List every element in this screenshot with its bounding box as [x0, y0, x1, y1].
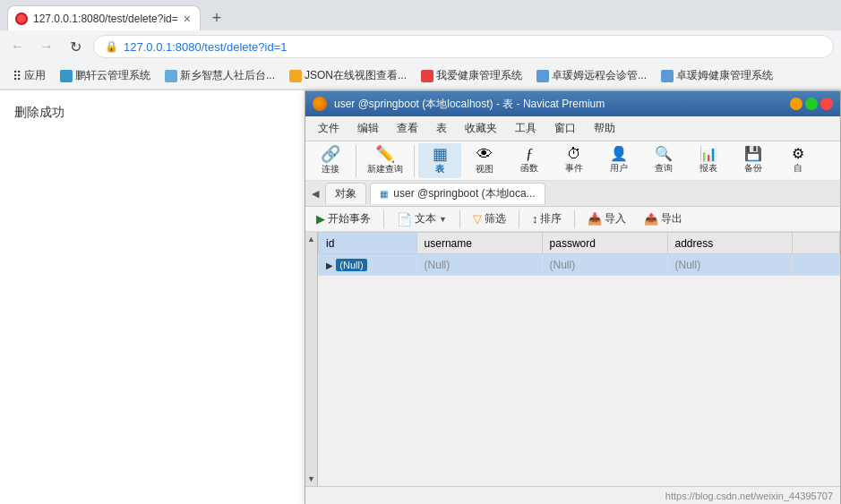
table-toolbar-sep-4 [574, 210, 575, 228]
bookmark-pengfei[interactable]: 鹏轩云管理系统 [55, 66, 156, 85]
toolbar-query[interactable]: 🔍 查询 [642, 144, 685, 177]
text-dropdown-icon: ▼ [439, 215, 447, 224]
navicat-window: user @springboot (本地localhost) - 表 - Nav… [305, 90, 841, 504]
sort-btn[interactable]: ↕ 排序 [527, 209, 568, 228]
toolbar-backup-label: 备份 [744, 162, 762, 175]
col-header-id[interactable]: id [319, 233, 417, 254]
scroll-up-arrow[interactable]: ▲ [307, 232, 315, 246]
toolbar-report[interactable]: 📊 报表 [687, 144, 730, 177]
sort-label: 排序 [540, 211, 562, 226]
new-tab-button[interactable]: + [204, 5, 229, 30]
bookmark-pengfei-favicon [60, 70, 73, 82]
bookmark-json-label: JSON在线视图查看... [305, 68, 407, 83]
navicat-titlebar: user @springboot (本地localhost) - 表 - Nav… [305, 91, 840, 116]
bookmark-zhuoyuan2-label: 卓瑗姆健康管理系统 [676, 68, 773, 83]
navicat-close-btn[interactable] [820, 98, 833, 110]
col-header-password[interactable]: password [542, 233, 667, 254]
navicat-maximize-btn[interactable] [805, 98, 818, 110]
main-content: 删除成功 user @springboot (本地localhost) - 表 … [0, 90, 841, 504]
menu-favorites[interactable]: 收藏夹 [456, 118, 506, 139]
tab-table[interactable]: ▦ user @springboot (本地loca... [370, 183, 545, 204]
bookmark-jiankang[interactable]: 我爱健康管理系统 [416, 66, 528, 85]
delete-success-text: 删除成功 [14, 105, 289, 121]
filter-btn[interactable]: ▽ 筛选 [468, 209, 511, 228]
menu-edit[interactable]: 编辑 [348, 118, 388, 139]
import-icon: 📥 [588, 212, 602, 226]
cell-username[interactable]: (Null) [416, 254, 542, 276]
menu-table[interactable]: 表 [427, 118, 456, 139]
forward-button[interactable]: → [36, 36, 57, 57]
bookmark-xinxiang-label: 新乡智慧人社后台... [180, 68, 275, 83]
navicat-tab-strip: ◀ 对象 ▦ user @springboot (本地loca... [305, 181, 840, 207]
import-label: 导入 [605, 211, 626, 226]
menu-file[interactable]: 文件 [309, 118, 348, 139]
toolbar-view[interactable]: 👁 视图 [463, 143, 506, 178]
table-row[interactable]: ▶ (Null) (Null) (Null) (Null) [319, 254, 840, 276]
query-icon: 🔍 [655, 147, 673, 161]
cell-id-selected[interactable]: ▶ (Null) [319, 254, 417, 276]
toolbar-function[interactable]: ƒ 函数 [508, 144, 551, 177]
col-header-address[interactable]: address [667, 233, 793, 254]
bookmark-zhuoyuan2[interactable]: 卓瑗姆健康管理系统 [656, 66, 778, 85]
bookmarks-bar: ⠿ 应用 鹏轩云管理系统 新乡智慧人社后台... JSON在线视图查看... 我… [0, 63, 841, 90]
menu-help[interactable]: 帮助 [585, 118, 624, 139]
menu-window[interactable]: 窗口 [545, 118, 585, 139]
toolbar-backup[interactable]: 💾 备份 [732, 144, 775, 177]
toolbar-new-query[interactable]: ✏️ 新建查询 [360, 143, 410, 178]
tab-bar: 127.0.0.1:8080/test/delete?id= × + [0, 0, 841, 30]
left-scroll: ▲ ▼ [305, 232, 318, 486]
refresh-button[interactable]: ↻ [64, 36, 86, 57]
table-toolbar-sep-1 [383, 210, 384, 228]
null-address: (Null) [675, 259, 701, 271]
import-btn[interactable]: 📥 导入 [582, 209, 631, 228]
toolbar-report-label: 报表 [699, 162, 717, 175]
data-table-container[interactable]: id username password address [318, 232, 840, 486]
connect-icon: 🔗 [321, 146, 340, 162]
toolbar-connect[interactable]: 🔗 连接 [309, 143, 352, 178]
navicat-minimize-btn[interactable] [790, 98, 802, 110]
toolbar-auto[interactable]: ⚙ 自 [777, 144, 820, 177]
tab-scroll-left[interactable]: ◀ [309, 188, 322, 200]
tab-favicon [15, 13, 28, 25]
auto-icon: ⚙ [792, 147, 804, 161]
bookmark-xinxiang[interactable]: 新乡智慧人社后台... [159, 66, 280, 85]
toolbar-table-label: 表 [435, 163, 444, 175]
begin-transaction-icon: ▶ [316, 212, 325, 226]
address-input-wrap[interactable]: 🔒 127.0.0.1:8080/test/delete?id=1 [93, 35, 834, 58]
backup-icon: 💾 [744, 147, 762, 161]
null-username: (Null) [425, 259, 451, 271]
bookmark-zhuoyuan-label: 卓瑗姆远程会诊管... [552, 68, 647, 83]
toolbar-user[interactable]: 👤 用户 [597, 144, 640, 177]
begin-transaction-btn[interactable]: ▶ 开始事务 [311, 209, 376, 228]
scroll-down-arrow[interactable]: ▼ [307, 472, 315, 486]
cell-extra [793, 254, 840, 276]
active-tab[interactable]: 127.0.0.1:8080/test/delete?id= × [7, 5, 201, 30]
bookmark-zhuoyuan[interactable]: 卓瑗姆远程会诊管... [531, 66, 652, 85]
bookmark-apps[interactable]: ⠿ 应用 [7, 66, 51, 85]
event-icon: ⏱ [567, 147, 581, 161]
col-header-username[interactable]: username [416, 233, 542, 254]
begin-transaction-label: 开始事务 [328, 211, 371, 226]
menu-view[interactable]: 查看 [388, 118, 427, 139]
toolbar-user-label: 用户 [610, 162, 628, 175]
toolbar-query-label: 查询 [655, 162, 673, 175]
back-button[interactable]: ← [7, 36, 29, 57]
toolbar-table[interactable]: ▦ 表 [418, 143, 461, 178]
tab-favicon-inner [17, 14, 26, 23]
toolbar-event[interactable]: ⏱ 事件 [553, 144, 596, 177]
toolbar-function-label: 函数 [520, 162, 538, 175]
bookmark-json[interactable]: JSON在线视图查看... [284, 66, 412, 85]
navicat-menu: 文件 编辑 查看 表 收藏夹 工具 窗口 帮助 [305, 116, 840, 141]
export-btn[interactable]: 📤 导出 [639, 209, 688, 228]
cell-password[interactable]: (Null) [542, 254, 667, 276]
tab-close-btn[interactable]: × [184, 12, 191, 26]
tab-objects-label: 对象 [335, 187, 356, 200]
navicat-body: ▲ ▼ id username [305, 232, 840, 486]
col-header-extra [793, 233, 840, 254]
filter-label: 筛选 [485, 211, 506, 226]
text-btn[interactable]: 📄 文本 ▼ [391, 209, 452, 228]
menu-tools[interactable]: 工具 [506, 118, 545, 139]
cell-address[interactable]: (Null) [667, 254, 793, 276]
user-icon: 👤 [610, 147, 628, 161]
tab-objects[interactable]: 对象 [325, 183, 366, 204]
